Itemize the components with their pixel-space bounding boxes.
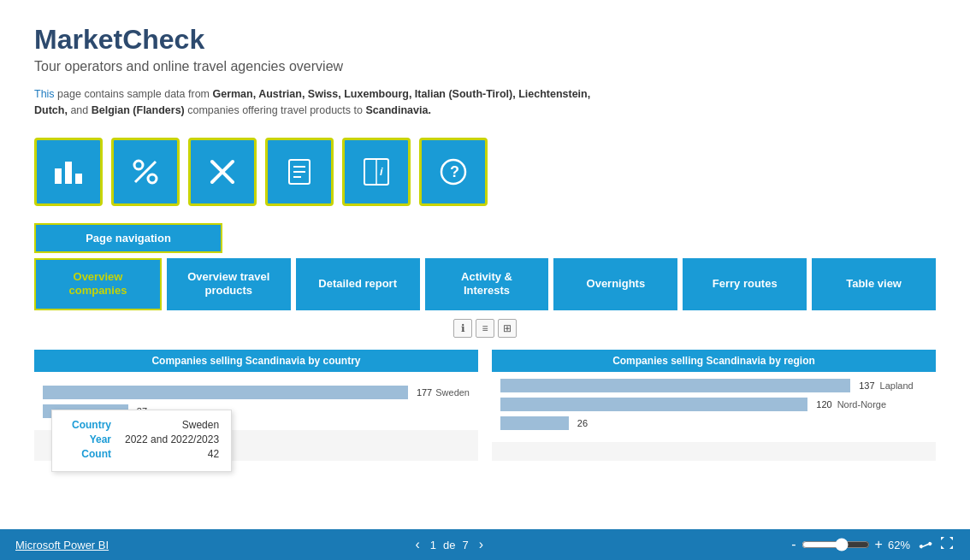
chart-bar-row-lapland: 137 Lapland [500,379,927,392]
nav-btn-table-view[interactable]: Table view [812,258,936,311]
page-prev-button[interactable]: ‹ [411,538,423,551]
chart-bar-value-26: 26 [577,418,588,428]
tooltip-key-count: Count [64,448,111,460]
svg-rect-2 [75,174,82,184]
chart-bar-row-sweden: 177 Sweden [43,386,470,399]
tooltip-key-country: Country [64,419,111,431]
powerbi-link[interactable]: Microsoft Power BI [15,539,109,551]
tooltip: Country Sweden Year 2022 and 2022/2023 C… [51,410,232,472]
icon-buttons-row: i ? [34,138,936,206]
chart-bar-nordnorge [500,398,807,411]
chart-toolbar: ℹ ≡ ⊞ [34,319,936,338]
tooltip-row-year: Year 2022 and 2022/2023 [64,433,219,445]
zoom-plus-button[interactable]: + [873,537,884,552]
page-next-button[interactable]: › [476,538,487,551]
fullscreen-icon[interactable] [939,535,955,554]
app-title: MarketCheck [34,24,936,56]
report-icon[interactable] [265,138,334,206]
percent-icon[interactable] [111,138,180,206]
svg-rect-0 [55,168,62,184]
share-icon[interactable] [917,535,932,554]
chart-bar-label-lapland: Lapland [880,380,914,391]
bottom-right-controls: - + 62% [790,535,955,554]
bar-chart-icon[interactable] [34,138,103,206]
tooltip-key-year: Year [64,433,111,445]
svg-point-3 [134,161,143,169]
tooltip-val-count: 42 [208,448,219,460]
zoom-value: 62% [888,539,910,551]
page-nav-buttons: Overview companies Overview travel produ… [34,258,936,311]
question-icon[interactable]: ? [419,138,488,206]
tooltip-row-country: Country Sweden [64,419,219,431]
bottom-bar: Microsoft Power BI ‹ 1 de 7 › - + 62% [0,529,970,560]
chart-list-icon[interactable]: ≡ [476,319,494,338]
svg-text:i: i [380,165,383,178]
zoom-slider[interactable] [801,538,870,551]
svg-line-5 [135,162,156,182]
chart-bar-value-120: 120 [816,399,831,410]
chart-left-body: Country Sweden Year 2022 and 2022/2023 C… [34,372,478,430]
page-current: 1 [430,539,436,551]
chart-bar-label-sweden: Sweden [435,387,470,398]
tooltip-val-country: Sweden [182,419,219,431]
page-nav-label: Page navigation [34,223,222,253]
close-icon[interactable] [188,138,257,206]
page-nav-controls: ‹ 1 de 7 › [411,538,487,551]
chart-bar-value-177: 177 [417,387,432,398]
info-book-icon[interactable]: i [342,138,411,206]
svg-point-4 [148,174,157,183]
svg-text:?: ? [450,163,459,180]
chart-bar-row-nordnorge: 120 Nord-Norge [500,398,927,411]
nav-btn-detailed-report[interactable]: Detailed report [296,258,420,311]
page-separator: de [443,539,455,551]
nav-btn-activity-interests[interactable]: Activity & Interests [425,258,549,311]
chart-bar-label-nordnorge: Nord-Norge [837,399,886,410]
svg-rect-1 [65,162,72,184]
chart-info-icon[interactable]: ℹ [453,319,472,338]
chart-bar-sweden [43,386,408,399]
app-subtitle: Tour operators and online travel agencie… [34,59,936,74]
chart-right-title: Companies selling Scandinavia by region [492,350,936,372]
nav-btn-overview-travel-products[interactable]: Overview travel products [167,258,291,311]
nav-btn-overview-companies[interactable]: Overview companies [34,258,162,311]
chart-right-body: 137 Lapland 120 Nord-Norge 26 [492,372,936,442]
chart-bar-row-26: 26 [500,416,927,430]
description: This page contains sample data from Germ… [34,86,616,119]
tooltip-row-count: Count 42 [64,448,219,460]
page-total: 7 [462,539,468,551]
zoom-controls: - + 62% [790,537,910,552]
nav-btn-ferry-routes[interactable]: Ferry routes [683,258,807,311]
chart-expand-icon[interactable]: ⊞ [498,319,517,338]
description-link[interactable]: This [34,88,55,100]
chart-bar-26 [500,416,569,430]
chart-bar-lapland [500,379,850,392]
nav-btn-overnights[interactable]: Overnights [553,258,677,311]
chart-left: Companies selling Scandinavia by country… [34,350,478,461]
chart-right: Companies selling Scandinavia by region … [492,350,936,461]
zoom-minus-button[interactable]: - [790,537,797,552]
charts-area: Companies selling Scandinavia by country… [34,350,936,461]
chart-left-title: Companies selling Scandinavia by country [34,350,478,372]
tooltip-val-year: 2022 and 2022/2023 [125,433,219,445]
chart-bar-value-137: 137 [859,380,874,391]
